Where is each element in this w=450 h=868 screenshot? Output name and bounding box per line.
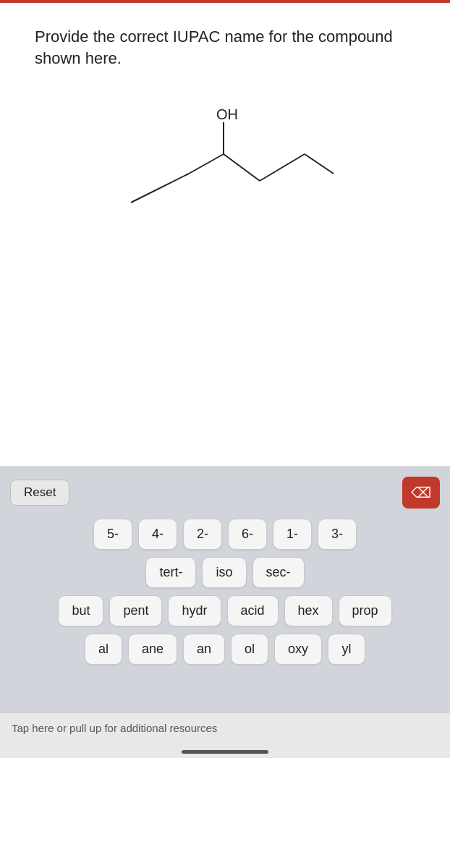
question-text: Provide the correct IUPAC name for the c… bbox=[35, 26, 415, 69]
key-hex[interactable]: hex bbox=[284, 595, 333, 626]
key-ol[interactable]: ol bbox=[231, 634, 268, 665]
oh-label: OH bbox=[216, 106, 238, 122]
reset-button[interactable]: Reset bbox=[10, 480, 69, 506]
resource-text: Tap here or pull up for additional resou… bbox=[12, 722, 217, 734]
home-indicator bbox=[0, 743, 450, 758]
key-an[interactable]: an bbox=[183, 634, 225, 665]
key-tert[interactable]: tert- bbox=[145, 557, 196, 588]
svg-line-3 bbox=[224, 154, 260, 181]
key-2[interactable]: 2- bbox=[183, 519, 222, 550]
key-5[interactable]: 5- bbox=[93, 519, 132, 550]
key-row-3: but pent hydr acid hex prop bbox=[7, 595, 443, 626]
keyboard-area: Reset ⌫ 5- 4- 2- 6- 1- 3- tert- iso sec-… bbox=[0, 467, 450, 712]
molecule-svg: OH bbox=[109, 98, 341, 235]
key-ane[interactable]: ane bbox=[128, 634, 177, 665]
key-row-2: tert- iso sec- bbox=[7, 557, 443, 588]
key-hydr[interactable]: hydr bbox=[168, 595, 221, 626]
molecule-diagram: OH bbox=[35, 98, 415, 235]
key-1[interactable]: 1- bbox=[273, 519, 312, 550]
key-al[interactable]: al bbox=[85, 634, 122, 665]
backspace-button[interactable]: ⌫ bbox=[402, 477, 440, 509]
key-oxy[interactable]: oxy bbox=[274, 634, 322, 665]
key-iso[interactable]: iso bbox=[202, 557, 246, 588]
key-3[interactable]: 3- bbox=[318, 519, 357, 550]
key-6[interactable]: 6- bbox=[228, 519, 267, 550]
svg-line-2 bbox=[189, 154, 224, 174]
svg-line-1 bbox=[131, 174, 189, 203]
backspace-icon: ⌫ bbox=[411, 484, 431, 501]
resource-bar[interactable]: Tap here or pull up for additional resou… bbox=[0, 712, 450, 743]
keyboard-top-row: Reset ⌫ bbox=[7, 477, 443, 509]
key-acid[interactable]: acid bbox=[227, 595, 279, 626]
key-4[interactable]: 4- bbox=[138, 519, 177, 550]
key-pent[interactable]: pent bbox=[109, 595, 162, 626]
question-area: Provide the correct IUPAC name for the c… bbox=[0, 3, 450, 466]
key-sec[interactable]: sec- bbox=[252, 557, 305, 588]
key-row-4: al ane an ol oxy yl bbox=[7, 634, 443, 665]
svg-line-5 bbox=[305, 154, 334, 174]
svg-line-4 bbox=[260, 154, 305, 181]
key-yl[interactable]: yl bbox=[328, 634, 365, 665]
key-but[interactable]: but bbox=[58, 595, 103, 626]
key-row-1: 5- 4- 2- 6- 1- 3- bbox=[7, 519, 443, 550]
home-bar bbox=[182, 750, 268, 754]
key-prop[interactable]: prop bbox=[339, 595, 392, 626]
